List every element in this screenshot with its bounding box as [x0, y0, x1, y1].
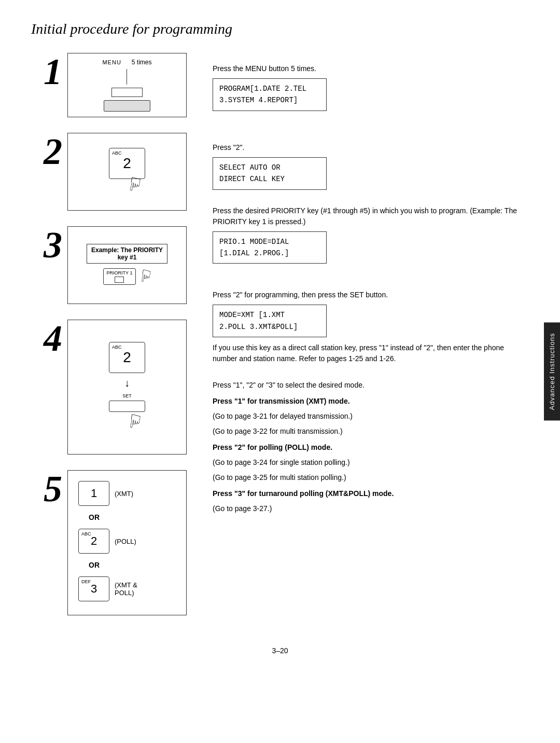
set-button-rect	[109, 401, 145, 412]
step-2-row: 2 ABC 2 ☟	[31, 133, 197, 211]
hand-pointer-icon-3: ☟	[139, 266, 152, 287]
step1-display: PROGRAM[1.DATE 2.TEL 3.SYSTEM 4.REPORT]	[213, 78, 327, 111]
step4-display-line2: 2.POLL 3.XMT&POLL]	[219, 323, 298, 331]
page-number: 3–20	[31, 646, 529, 655]
step2-display-line2: DIRECT CALL KEY	[219, 175, 285, 183]
step4-instruction2: If you use this key as a direct call sta…	[213, 342, 529, 364]
step-3-row: 3 Example: The PRIORITY key #1 PRIORITY …	[31, 226, 197, 304]
xmt-poll-label: (XMT & POLL)	[115, 581, 137, 597]
step1-instruction: Press the MENU button 5 times.	[213, 63, 529, 74]
step2-content: ABC 2 ☟	[109, 148, 145, 196]
step-3-number: 3	[31, 226, 62, 264]
menu-illustration: MENU 5 times	[102, 59, 151, 112]
step-5-number: 5	[31, 470, 62, 507]
step-5-row: 5 1 (XMT) OR ABC	[31, 470, 197, 615]
right-step-2: Press "2". SELECT AUTO OR DIRECT CALL KE…	[213, 142, 529, 190]
step-4-row: 4 ABC 2 ↓ SET ☟	[31, 320, 197, 455]
or-label-1: OR	[89, 513, 100, 521]
key-abc-label: ABC	[112, 150, 122, 156]
step3-display-line1: PRIO.1 MODE=DIAL	[219, 238, 289, 246]
hand-pointer-icon-4: ☟	[128, 410, 143, 433]
step5-press3-bold: Press "3" for turnaround polling (XMT&PO…	[213, 489, 394, 498]
page-title: Initial procedure for programming	[31, 21, 529, 37]
key-4-button: ABC 2	[109, 342, 145, 373]
right-step-5: Press "1", "2" or "3" to select the desi…	[213, 380, 529, 514]
key-4-abc-label: ABC	[112, 345, 122, 350]
step-2-number: 2	[31, 133, 62, 170]
key-3-def: DEF	[81, 579, 91, 584]
priority-caption-box: Example: The PRIORITY key #1	[87, 244, 167, 264]
set-row: SET	[109, 393, 145, 412]
step5-press3-sub: (Go to page 3-27.)	[213, 503, 529, 514]
poll-label: (POLL)	[115, 538, 136, 545]
step3-display: PRIO.1 MODE=DIAL [1.DIAL 2.PROG.]	[213, 231, 327, 264]
step-1-image: MENU 5 times	[67, 53, 187, 117]
priority-caption-bold: Example: The PRIORITY	[91, 246, 163, 254]
priority-key-row: PRIORITY 1 ☟	[103, 267, 151, 286]
set-label: SET	[122, 393, 132, 398]
key-poll-row: ABC 2 (POLL)	[78, 529, 136, 554]
step5-instruction-intro: Press "1", "2" or "3" to select the desi…	[213, 380, 529, 391]
keyboard-icon	[104, 100, 150, 112]
step-4-number: 4	[31, 320, 62, 357]
menu-label-row: MENU 5 times	[102, 59, 151, 66]
step3-content: Example: The PRIORITY key #1 PRIORITY 1 …	[87, 244, 167, 286]
right-step-4: Press "2" for programming, then press th…	[213, 290, 529, 364]
step5-press1: Press "1" for transmission (XMT) mode.	[213, 396, 529, 407]
key-3-num: 3	[91, 582, 97, 596]
xmt-label: (XMT)	[115, 490, 133, 498]
left-column: 1 MENU 5 times 2 ABC	[31, 53, 197, 631]
step5-press1-sub2: (Go to page 3-22 for multi transmission.…	[213, 426, 529, 437]
key-2-poll: ABC 2	[78, 529, 109, 554]
priority-key-icon	[115, 277, 124, 283]
key-4-number: 2	[123, 349, 131, 366]
step3-instruction: Press the desired PRIORITY key (#1 throu…	[213, 205, 529, 227]
step4-display-line1: MODE=XMT [1.XMT	[219, 311, 285, 319]
key-xmt-poll-row: DEF 3 (XMT & POLL)	[78, 576, 137, 601]
key-2-abc: ABC	[81, 531, 91, 536]
right-step-1: Press the MENU button 5 times. PROGRAM[1…	[213, 63, 529, 111]
key-xmt-row: 1 (XMT)	[78, 481, 133, 506]
step5-press1-sub1: (Go to page 3-21 for delayed transmissio…	[213, 411, 529, 422]
step4-display: MODE=XMT [1.XMT 2.POLL 3.XMT&POLL]	[213, 305, 327, 337]
step2-display: SELECT AUTO OR DIRECT CALL KEY	[213, 157, 327, 190]
step5-press2-sub2: (Go to page 3-25 for multi station polli…	[213, 472, 529, 483]
menu-label: MENU	[102, 59, 121, 65]
step3-display-line2: [1.DIAL 2.PROG.]	[219, 249, 289, 257]
priority-key: PRIORITY 1	[103, 268, 136, 285]
step5-press1-bold: Press "1" for transmission (XMT) mode.	[213, 397, 350, 405]
step1-display-line1: PROGRAM[1.DATE 2.TEL	[219, 85, 306, 93]
key-3-xmt-poll: DEF 3	[78, 576, 109, 601]
priority-key-label: PRIORITY 1	[107, 270, 133, 276]
right-column: Press the MENU button 5 times. PROGRAM[1…	[197, 53, 529, 631]
step-1-row: 1 MENU 5 times	[31, 53, 197, 117]
xmt-poll-line1: (XMT &	[115, 581, 137, 589]
step5-press2-bold: Press "2" for polling (POLL) mode.	[213, 443, 332, 451]
key-2-num: 2	[91, 534, 97, 548]
step5-press3: Press "3" for turnaround polling (XMT&PO…	[213, 488, 529, 499]
key-1-xmt: 1	[78, 481, 109, 506]
step-4-image: ABC 2 ↓ SET ☟	[67, 320, 187, 455]
step-3-image: Example: The PRIORITY key #1 PRIORITY 1 …	[67, 226, 187, 304]
down-arrow-icon: ↓	[124, 377, 130, 389]
key-1-number: 1	[91, 487, 97, 500]
step4-content: ABC 2 ↓ SET ☟	[109, 342, 145, 433]
step-1-number: 1	[31, 53, 62, 90]
menu-button-rect	[111, 88, 143, 97]
step-5-image: 1 (XMT) OR ABC 2 (POLL)	[67, 470, 187, 615]
priority-caption-sub: key #1	[118, 254, 137, 261]
times-label: 5 times	[132, 59, 152, 66]
step-2-image: ABC 2 ☟	[67, 133, 187, 211]
xmt-poll-line2: POLL)	[115, 589, 134, 597]
side-tab-label: Advanced Instructions	[548, 333, 556, 410]
or-label-2: OR	[89, 561, 100, 569]
key-2-number: 2	[123, 155, 131, 172]
step2-display-line1: SELECT AUTO OR	[219, 163, 281, 172]
right-step-3: Press the desired PRIORITY key (#1 throu…	[213, 205, 529, 264]
step5-content: 1 (XMT) OR ABC 2 (POLL)	[73, 476, 181, 607]
step2-instruction: Press "2".	[213, 142, 529, 153]
step5-press2: Press "2" for polling (POLL) mode.	[213, 442, 529, 453]
step1-display-line2: 3.SYSTEM 4.REPORT]	[219, 96, 298, 104]
side-tab: Advanced Instructions	[544, 323, 560, 421]
step5-press2-sub1: (Go to page 3-24 for single station poll…	[213, 457, 529, 468]
